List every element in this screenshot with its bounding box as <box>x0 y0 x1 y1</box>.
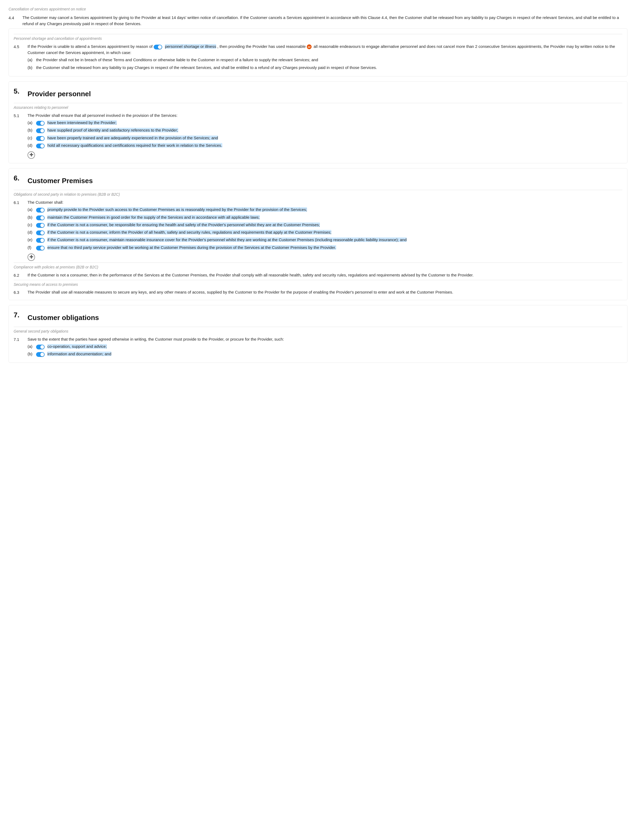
sub-a-label: (a) <box>28 120 36 126</box>
clause-5-1-num: 5.1 <box>14 112 28 119</box>
clause-6-1-sub-e: (e) if the Customer is not a consumer, m… <box>28 237 622 243</box>
orange-or: or <box>307 44 312 49</box>
sub-e-label: (e) <box>28 237 36 243</box>
clause-7-1-intro: Save to the extent that the parties have… <box>28 337 284 341</box>
sub-b-content: maintain the Customer Premises in good o… <box>36 214 622 220</box>
sub-f-label: (f) <box>28 244 36 251</box>
toggle-6-1-f[interactable] <box>36 246 45 251</box>
clause-6-1-sub-d: (d) if the Customer is not a consumer, i… <box>28 229 622 235</box>
sub-e-content: if the Customer is not a consumer, maint… <box>36 237 622 243</box>
section-5-num: 5. <box>14 86 28 96</box>
section-5-heading-row: 5. Provider personnel <box>14 86 622 101</box>
section-7-block: 7. Customer obligations General second p… <box>9 305 627 363</box>
sub-a-text: the Provider shall not be in breach of t… <box>36 57 622 63</box>
sub-b-label: (b) <box>28 351 36 357</box>
section-5-sub-heading: Assurances relating to personnel <box>14 103 622 111</box>
section-6-num: 6. <box>14 173 28 183</box>
section-6-sub-heading3: Securing means of access to premises <box>14 280 622 288</box>
clause-6-1-sub-b: (b) maintain the Customer Premises in go… <box>28 214 622 220</box>
sub-c-content: have been properly trained and are adequ… <box>36 135 622 141</box>
sub-a-text: co-operation, support and advice; <box>47 344 107 349</box>
clause-4-5-block: Personnel shortage and cancellation of a… <box>9 28 627 76</box>
sub-b-content: information and documentation; and <box>36 351 622 357</box>
sub-a-label: (a) <box>28 57 36 63</box>
clause-4-5-toggle[interactable]: personnel shortage or illness <box>154 44 217 49</box>
sub-b-label: (b) <box>28 65 36 71</box>
clause-5-1-subs: (a) have been interviewed by the Provide… <box>28 120 622 148</box>
sub-d-label: (d) <box>28 229 36 235</box>
clause-5-1-sub-d: (d) hold all necessary qualifications an… <box>28 142 622 148</box>
toggle-6-1-c[interactable] <box>36 223 45 228</box>
toggle-6-1-e[interactable] <box>36 238 45 243</box>
clause-7-1-num: 7.1 <box>14 336 28 343</box>
sub-d-text: if the Customer is not a consumer, infor… <box>47 230 331 234</box>
clause-4-4: 4.4 The Customer may cancel a Services a… <box>9 14 627 27</box>
toggle-5-1-d[interactable] <box>36 144 45 148</box>
clause-4-5-subs: (a) the Provider shall not be in breach … <box>28 57 622 71</box>
clause-6-3: 6.3 The Provider shall use all reasonabl… <box>14 289 622 295</box>
sub-e-text: if the Customer is not a consumer, maint… <box>47 237 406 242</box>
clause-5-1-sub-b: (b) have supplied proof of identity and … <box>28 127 622 133</box>
clause-4-5: 4.5 If the Provider is unable to attend … <box>14 43 622 72</box>
section-7-sub-heading: General second party obligations <box>14 327 622 335</box>
toggle-7-1-b[interactable] <box>36 352 45 357</box>
sub-a-text: have been interviewed by the Provider; <box>47 120 116 125</box>
section-5-block: 5. Provider personnel Assurances relatin… <box>9 81 627 163</box>
clause-6-2: 6.2 If the Customer is not a consumer, t… <box>14 272 622 278</box>
sub-c-label: (c) <box>28 222 36 228</box>
clause-6-3-num: 6.3 <box>14 289 28 295</box>
sub-f-content: ensure that no third party service provi… <box>36 244 622 251</box>
clause-6-1-content: The Customer shall: (a) promptly provide… <box>28 199 622 261</box>
clause-7-1-subs: (a) co-operation, support and advice; (b… <box>28 343 622 357</box>
clause-6-1-sub-f: (f) ensure that no third party service p… <box>28 244 622 251</box>
sub-c-text: have been properly trained and are adequ… <box>47 136 218 140</box>
clause-4-4-num: 4.4 <box>9 14 22 21</box>
sub-a-content: promptly provide to the Provider such ac… <box>36 206 622 213</box>
clause-6-3-text: The Provider shall use all reasonable me… <box>28 289 622 295</box>
sub-a-content: co-operation, support and advice; <box>36 343 622 349</box>
section-7-heading-row: 7. Customer obligations <box>14 309 622 325</box>
sub-a-content: have been interviewed by the Provider; <box>36 120 622 126</box>
clause-6-1-intro: The Customer shall: <box>28 200 63 205</box>
sub-b-text: maintain the Customer Premises in good o… <box>47 215 260 219</box>
clause-6-1-sub-c: (c) if the Customer is not a consumer, b… <box>28 222 622 228</box>
clause-4-5-num: 4.5 <box>14 43 28 50</box>
toggle-personnel-shortage[interactable] <box>154 45 162 49</box>
sub-b-label: (b) <box>28 214 36 220</box>
toggle-5-1-a[interactable] <box>36 121 45 126</box>
sub-b-text: information and documentation; and <box>47 352 111 356</box>
clause-4-5-sub-b: (b) the Customer shall be released from … <box>28 65 622 71</box>
section-6-heading-row: 6. Customer Premises <box>14 173 622 188</box>
section-6-sub-heading1: Obligations of second party in relation … <box>14 190 622 197</box>
clause-6-2-num: 6.2 <box>14 272 28 278</box>
toggle-7-1-a[interactable] <box>36 344 45 349</box>
sub-b-text: the Customer shall be released from any … <box>36 65 622 71</box>
sub-a-label: (a) <box>28 206 36 213</box>
sub-c-text: if the Customer is not a consumer, be re… <box>47 223 320 227</box>
clause-7-1-sub-b: (b) information and documentation; and <box>28 351 622 357</box>
add-clause-6-1-btn[interactable]: ✚ <box>28 253 35 261</box>
section-6-block: 6. Customer Premises Obligations of seco… <box>9 168 627 300</box>
clause-7-1-sub-a: (a) co-operation, support and advice; <box>28 343 622 349</box>
toggle-6-1-b[interactable] <box>36 215 45 220</box>
clause-6-1-subs: (a) promptly provide to the Provider suc… <box>28 206 622 251</box>
sub-d-text: hold all necessary qualifications and ce… <box>47 143 222 148</box>
clause-4-4-text: The Customer may cancel a Services appoi… <box>22 14 627 27</box>
section-7-num: 7. <box>14 309 28 320</box>
sub-a-label: (a) <box>28 343 36 349</box>
toggle-5-1-b[interactable] <box>36 128 45 133</box>
toggle-6-1-d[interactable] <box>36 231 45 235</box>
clause-5-1: 5.1 The Provider shall ensure that all p… <box>14 112 622 159</box>
sub-d-label: (d) <box>28 142 36 148</box>
sub-b-text: have supplied proof of identity and sati… <box>47 128 178 132</box>
sub-b-label: (b) <box>28 127 36 133</box>
sub-c-content: if the Customer is not a consumer, be re… <box>36 222 622 228</box>
clause-5-1-intro: The Provider shall ensure that all perso… <box>28 113 178 118</box>
add-clause-5-1-btn[interactable]: ✚ <box>28 151 35 159</box>
toggle-personnel-label: personnel shortage or illness <box>165 44 216 49</box>
toggle-6-1-a[interactable] <box>36 208 45 213</box>
clause-4-5-sub-a: (a) the Provider shall not be in breach … <box>28 57 622 63</box>
toggle-5-1-c[interactable] <box>36 136 45 141</box>
sub-d-content: if the Customer is not a consumer, infor… <box>36 229 622 235</box>
sub-b-content: have supplied proof of identity and sati… <box>36 127 622 133</box>
